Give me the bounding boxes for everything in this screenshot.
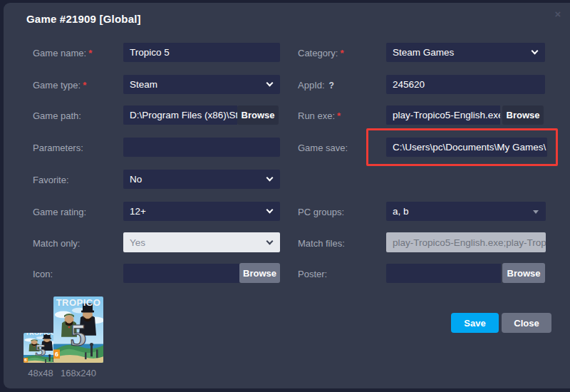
parameters-label: Parameters:: [33, 143, 83, 153]
game-rating-select[interactable]: 12+: [123, 202, 280, 221]
help-icon: ?: [329, 81, 334, 91]
caret-down-icon: [533, 210, 539, 214]
game-icon-thumbnail: [24, 333, 58, 363]
game-name-input[interactable]: Tropico 5: [123, 43, 280, 62]
game-save-label: Game save:: [298, 143, 348, 153]
appid-input[interactable]: 245620: [386, 75, 545, 94]
game-path-label: Game path:: [33, 110, 81, 121]
match-files-input-disabled: play-Tropico5-English.exe;play-Tropic: [386, 232, 546, 252]
chevron-down-icon: [266, 238, 274, 245]
chevron-down-icon: [266, 207, 274, 214]
save-button[interactable]: Save: [451, 313, 499, 333]
poster-input[interactable]: [386, 264, 501, 283]
game-poster-thumbnail: [53, 296, 103, 363]
match-only-select-disabled: Yes: [123, 232, 280, 252]
chevron-down-icon: [532, 48, 539, 55]
favorite-select[interactable]: No: [123, 170, 280, 189]
chevron-down-icon: [266, 175, 274, 182]
game-path-browse-button[interactable]: Browse: [237, 105, 279, 125]
close-button[interactable]: Close: [502, 313, 551, 333]
favorite-label: Favorite:: [33, 175, 69, 185]
run-exe-input[interactable]: play-Tropico5-English.exe: [386, 105, 500, 125]
pc-groups-select[interactable]: a, b: [386, 202, 546, 221]
game-rating-label: Game rating:: [33, 207, 86, 217]
icon-input[interactable]: [123, 264, 239, 283]
icon-browse-button[interactable]: Browse: [239, 263, 280, 283]
category-select[interactable]: Steam Games: [386, 43, 545, 62]
game-edit-modal: Game #21909 [Global] × Game name:* Tropi…: [4, 3, 570, 388]
poster-browse-button[interactable]: Browse: [502, 263, 545, 283]
parameters-input[interactable]: [123, 138, 280, 157]
modal-title: Game #21909 [Global]: [26, 13, 141, 25]
game-type-select[interactable]: Steam: [123, 75, 280, 94]
appid-label: AppId:?: [298, 80, 334, 91]
run-exe-browse-button[interactable]: Browse: [502, 105, 544, 125]
game-type-label: Game type:*: [33, 80, 86, 91]
close-icon[interactable]: ×: [551, 7, 565, 21]
chevron-down-icon: [266, 80, 274, 87]
match-only-label: Match only:: [33, 238, 80, 249]
game-name-label: Game name:*: [33, 48, 92, 58]
run-exe-label: Run exe:*: [298, 110, 341, 121]
pc-groups-label: PC groups:: [298, 207, 344, 217]
game-path-input[interactable]: D:\Program Files (x86)\Stea: [123, 105, 237, 125]
poster-size-label: 168x240: [51, 368, 106, 378]
game-save-input[interactable]: C:\Users\pc\Documents\My Games\: [386, 138, 547, 157]
category-label: Category:*: [298, 48, 343, 58]
poster-label: Poster:: [298, 269, 327, 279]
icon-label: Icon:: [33, 269, 53, 279]
match-files-label: Match files:: [298, 238, 345, 249]
